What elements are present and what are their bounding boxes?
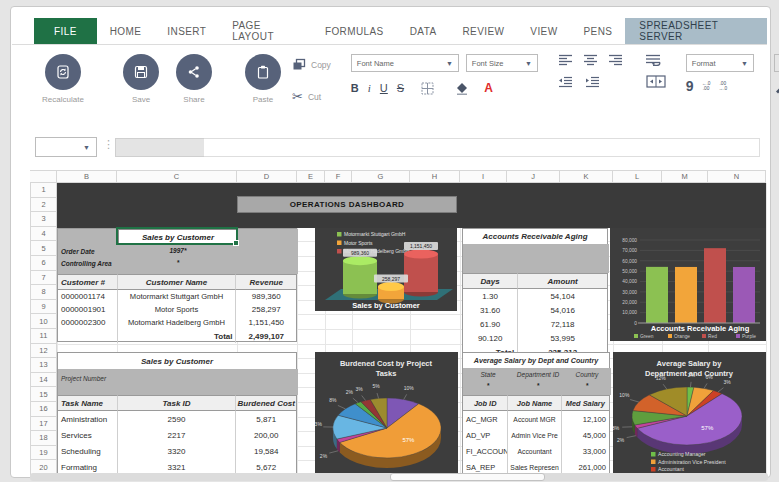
cell-total-value[interactable]: 2,499,107 — [236, 329, 296, 343]
cell-amount[interactable]: 54,016 — [518, 303, 607, 317]
column-header-J[interactable]: J — [507, 170, 560, 183]
column-header-M[interactable]: M — [662, 170, 708, 183]
row-header-6[interactable]: 6 — [30, 256, 57, 271]
col-header-amount[interactable]: Amount — [518, 273, 607, 289]
cell-burdened-cost[interactable]: 5,871 — [236, 411, 296, 427]
cell-med-salary[interactable]: 33,000 — [562, 443, 609, 459]
table-row: 90.12053,995 — [463, 331, 607, 345]
cell-med-salary[interactable]: 45,000 — [562, 427, 609, 443]
average-salary-chart[interactable]: Average Salary byDepartment and Country2… — [613, 352, 766, 476]
row-header-4[interactable]: 4 — [30, 227, 57, 242]
cell-days[interactable]: 31.60 — [463, 303, 518, 317]
col-header-days[interactable]: Days — [463, 273, 518, 289]
cell-customer-number[interactable]: 0000002300 — [58, 316, 118, 329]
cell-total-label[interactable]: Total — [118, 329, 237, 343]
row-header-8[interactable]: 8 — [30, 285, 57, 300]
cell-task-id[interactable]: 3320 — [118, 443, 237, 459]
column-header-corner[interactable] — [30, 170, 57, 183]
accounts-receivable-aging-table: Accounts Receivable AgingDaysAmount1.305… — [462, 228, 608, 358]
table-title[interactable]: Average Salary by Dept and Country — [463, 353, 609, 368]
cell-customer-name[interactable]: Motor Sports — [118, 303, 237, 316]
row-header-17[interactable]: 17 — [30, 417, 57, 432]
cell-empty[interactable] — [58, 329, 118, 343]
table-row: 0000002300Motomarkt Hadelberg GmbH1,151,… — [58, 316, 296, 329]
cell-burdened-cost[interactable]: 19,584 — [236, 443, 296, 459]
column-header-E[interactable]: E — [297, 170, 325, 183]
cell-days[interactable]: 61.90 — [463, 317, 518, 331]
cell-job-id[interactable]: AC_MGR — [463, 411, 508, 427]
col-header-med-salary[interactable]: Med Salary — [562, 395, 609, 411]
row-header-19[interactable]: 19 — [30, 446, 57, 461]
cell-job-name[interactable]: Accountant — [508, 443, 561, 459]
cell-job-id[interactable]: FI_ACCOUN — [463, 443, 508, 459]
row-header-14[interactable]: 14 — [30, 373, 57, 388]
grid-line — [57, 344, 766, 345]
col-header-customer-number[interactable]: Customer # — [58, 274, 118, 290]
row-header-9[interactable]: 9 — [30, 300, 57, 315]
col-header-customer-name[interactable]: Customer Name — [118, 274, 237, 290]
column-header-N[interactable]: N — [708, 170, 766, 183]
cell-task-name[interactable]: Scheduling — [58, 443, 118, 459]
cell-customer-name[interactable]: Motomarkt Hadelberg GmbH — [118, 316, 237, 329]
filter-area — [58, 369, 298, 395]
cell-task-id[interactable]: 2590 — [118, 411, 237, 427]
cell-amount[interactable]: 53,995 — [518, 331, 607, 345]
row-header-15[interactable]: 15 — [30, 387, 57, 402]
column-header-K[interactable]: K — [560, 170, 613, 183]
cell-task-name[interactable]: Services — [58, 427, 118, 443]
row-header-5[interactable]: 5 — [30, 241, 57, 256]
cell-customer-number[interactable]: 0000001174 — [58, 290, 118, 303]
burdened-cost-chart[interactable]: Burdened Cost by ProjectTasks10%57%2%13%… — [315, 352, 458, 476]
column-header-I[interactable]: I — [460, 170, 507, 183]
row-header-12[interactable]: 12 — [30, 344, 57, 359]
cell-revenue[interactable]: 1,151,450 — [236, 316, 296, 329]
row-header-3[interactable]: 3 — [30, 212, 57, 227]
cell-task-id[interactable]: 2217 — [118, 427, 237, 443]
table-title[interactable]: Accounts Receivable Aging — [463, 229, 607, 244]
cell-burdened-cost[interactable]: 200,00 — [236, 427, 296, 443]
cell-revenue[interactable]: 258,297 — [236, 303, 296, 316]
sales-by-customer-chart[interactable]: Motormarkt Stuttgart GmbHMotor SportsMot… — [315, 228, 457, 311]
column-header-H[interactable]: H — [410, 170, 460, 183]
col-header-job-id[interactable]: Job ID — [463, 395, 508, 411]
row-header-16[interactable]: 16 — [30, 402, 57, 417]
col-header-task-name[interactable]: Task Name — [58, 395, 118, 411]
col-header-revenue[interactable]: Revenue — [236, 274, 296, 290]
cell-days[interactable]: 90.120 — [463, 331, 518, 345]
cell-med-salary[interactable]: 12,100 — [562, 411, 609, 427]
cell-job-id[interactable]: AD_VP — [463, 427, 508, 443]
cell-customer-number[interactable]: 0000001901 — [58, 303, 118, 316]
column-header-C[interactable]: C — [117, 170, 237, 183]
table-row: Services2217200,00 — [58, 427, 296, 443]
col-header-burdened-cost[interactable]: Burdened Cost — [236, 395, 296, 411]
column-header-G[interactable]: G — [352, 170, 410, 183]
column-header-L[interactable]: L — [613, 170, 662, 183]
cell-amount[interactable]: 54,104 — [518, 289, 607, 303]
accounts-receivable-aging-chart[interactable]: 010,00020,00030,00040,00050,00060,00070,… — [610, 228, 766, 341]
fill-handle[interactable] — [233, 240, 239, 246]
grid-line — [766, 183, 767, 475]
svg-text:3%: 3% — [724, 379, 732, 385]
row-header-2[interactable]: 2 — [30, 198, 57, 213]
row-header-13[interactable]: 13 — [30, 358, 57, 373]
row-header-7[interactable]: 7 — [30, 271, 57, 286]
cell-job-name[interactable]: Admin Vice Pre — [508, 427, 561, 443]
horizontal-scrollbar-thumb[interactable] — [390, 473, 545, 481]
col-header-task-id[interactable]: Task ID — [118, 395, 237, 411]
filter-label: Country — [563, 371, 611, 378]
table-title[interactable]: Sales by Customer — [58, 353, 296, 369]
row-header-1[interactable]: 1 — [30, 183, 57, 198]
cell-amount[interactable]: 72,118 — [518, 317, 607, 331]
col-header-job-name[interactable]: Job Name — [508, 395, 561, 411]
column-header-F[interactable]: F — [325, 170, 352, 183]
cell-revenue[interactable]: 989,360 — [236, 290, 296, 303]
row-header-10[interactable]: 10 — [30, 314, 57, 329]
cell-job-name[interactable]: Account MGR — [508, 411, 561, 427]
column-header-B[interactable]: B — [57, 170, 117, 183]
cell-customer-name[interactable]: Motormarkt Stuttgart GmbH — [118, 290, 237, 303]
row-header-18[interactable]: 18 — [30, 431, 57, 446]
cell-task-name[interactable]: Aministration — [58, 411, 118, 427]
column-header-D[interactable]: D — [237, 170, 297, 183]
row-header-11[interactable]: 11 — [30, 329, 57, 344]
cell-days[interactable]: 1.30 — [463, 289, 518, 303]
